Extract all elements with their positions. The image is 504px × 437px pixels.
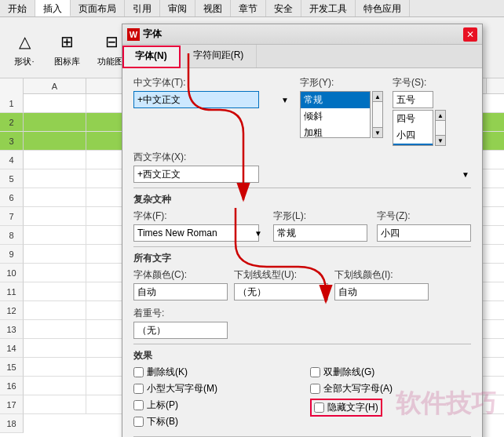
underline-color-select[interactable]: 自动 <box>334 283 429 300</box>
double-strikethrough-checkbox[interactable] <box>133 384 144 394</box>
size-input[interactable] <box>393 91 433 108</box>
tab-security[interactable]: 安全 <box>266 0 301 16</box>
size-scroll-up[interactable]: ▲ <box>435 110 446 121</box>
all-caps-checkbox[interactable] <box>310 384 320 394</box>
size-option-4[interactable]: 四号 <box>393 111 433 127</box>
chinese-font-input[interactable] <box>133 91 259 108</box>
style-scrollbar: ▲ ▼ <box>372 91 383 138</box>
mixed-font-row: 字体(F): ▼ 字形(L): 常规 字号(Z): <box>133 209 471 242</box>
mixed-style-label: 字形(L): <box>273 209 367 223</box>
mixed-font-label: 字体(F): <box>133 209 264 223</box>
size-scroll-track <box>435 121 446 135</box>
dialog-title-icon: W <box>127 28 140 41</box>
size-listbox[interactable]: 四号 小四 五号 <box>393 110 433 146</box>
tab-spacing[interactable]: 字符间距(R) <box>181 45 257 67</box>
style-label: 字形(Y): <box>300 76 383 89</box>
size-scroll-down[interactable]: ▼ <box>435 135 446 146</box>
subscript-checkbox[interactable] <box>133 417 144 427</box>
dialog-body: 中文字体(T): ▼ 字形(Y): 常规 倾斜 加粗 <box>122 68 482 437</box>
tab-insert[interactable]: 插入 <box>35 0 71 16</box>
superscript-label: 上标(P) <box>147 399 178 412</box>
style-option-bold[interactable]: 加粗 <box>301 125 370 138</box>
icon-lib-button[interactable]: ⊞ 图标库 <box>49 25 86 71</box>
tab-font[interactable]: 字体(N) <box>122 46 181 68</box>
style-option-italic[interactable]: 倾斜 <box>301 108 370 125</box>
mixed-font-group: 字体(F): ▼ <box>133 209 264 242</box>
emphasis-select[interactable]: （无） <box>133 322 228 339</box>
icon-lib-icon: ⊞ <box>55 29 80 54</box>
small-caps-row: 双删除线(G) <box>310 366 471 379</box>
style-area: 常规 倾斜 加粗 ▲ ▼ <box>300 91 383 138</box>
shape-button[interactable]: △ 形状· <box>6 25 42 71</box>
dialog-close-button[interactable]: ✕ <box>463 27 477 42</box>
western-font-input[interactable] <box>133 166 259 183</box>
chinese-font-label: 中文字体(T): <box>133 76 290 89</box>
underline-style-label: 下划线线型(U): <box>234 268 328 282</box>
hidden-text-checkbox[interactable] <box>314 402 324 413</box>
tab-special[interactable]: 特色应用 <box>356 0 410 16</box>
tab-review[interactable]: 审阅 <box>160 0 195 16</box>
ribbon-tabs: 开始 插入 页面布局 引用 审阅 视图 章节 安全 开发工具 特色应用 <box>0 0 504 17</box>
underline-style-select[interactable]: （无） <box>234 283 328 300</box>
mixed-size-select-container: 小四 <box>377 224 471 242</box>
hidden-text-label: 隐藏文字(H) <box>327 401 378 414</box>
mixed-font-input[interactable] <box>133 224 259 242</box>
strikethrough-checkbox[interactable] <box>133 367 144 377</box>
style-group: 字形(Y): 常规 倾斜 加粗 ▲ ▼ <box>300 76 383 138</box>
shape-icon: △ <box>12 29 37 54</box>
font-color-select-container: 自动 <box>133 283 228 300</box>
font-color-row: 字体颜色(C): 自动 下划线线型(U): （无） <box>133 268 471 339</box>
small-caps-label: 双删除线(G) <box>323 366 374 379</box>
size-group: 字号(S): 四号 小四 五号 ▲ <box>393 76 471 146</box>
icon-lib-label: 图标库 <box>54 56 80 67</box>
dialog-title-left: W 字体 <box>127 27 162 41</box>
mixed-style-select[interactable]: 常规 <box>273 224 367 242</box>
all-text-section-title: 所有文字 <box>133 252 471 265</box>
chinese-font-select-container: ▼ <box>133 91 290 108</box>
chinese-font-group: 中文字体(T): ▼ <box>133 76 290 108</box>
effects-left-col: 删除线(K) 小型大写字母(M) 上标(P) 下标(B) <box>133 366 294 432</box>
style-option-regular[interactable]: 常规 <box>301 92 370 108</box>
tab-view[interactable]: 视图 <box>195 0 231 16</box>
tab-reference[interactable]: 引用 <box>125 0 160 16</box>
dialog-title-text: 字体 <box>143 27 162 41</box>
shape-label: 形状· <box>14 56 34 67</box>
western-font-row: 西文字体(X): ▼ <box>133 151 471 183</box>
tab-layout[interactable]: 页面布局 <box>71 0 125 16</box>
western-font-label: 西文字体(X): <box>133 151 471 164</box>
tab-devtools[interactable]: 开发工具 <box>301 0 356 16</box>
mixed-size-group: 字号(Z): 小四 <box>377 209 471 242</box>
underline-style-select-container: （无） <box>234 283 328 300</box>
style-scroll-track <box>372 102 383 127</box>
tab-home[interactable]: 开始 <box>0 0 35 16</box>
emphasis-label: 着重号: <box>133 307 228 320</box>
app-container: 开始 插入 页面布局 引用 审阅 视图 章节 安全 开发工具 特色应用 △ 形状… <box>0 0 504 437</box>
hidden-text-row: 隐藏文字(H) <box>310 399 382 417</box>
mixed-size-select[interactable]: 小四 <box>377 224 471 242</box>
dialog-tabs: 字体(N) 字符间距(R) <box>122 45 482 68</box>
all-caps-row: 全部大写字母(A) <box>310 382 471 395</box>
subscript-label: 下标(B) <box>147 415 178 428</box>
size-option-5[interactable]: 五号 <box>393 144 433 146</box>
mixed-font-section-title: 复杂文种 <box>133 193 471 206</box>
style-scroll-down[interactable]: ▼ <box>372 127 383 138</box>
font-dialog: W 字体 ✕ 字体(N) 字符间距(R) 中文字体(T): ▼ <box>122 24 483 437</box>
size-option-s4[interactable]: 小四 <box>393 127 433 144</box>
underline-color-label: 下划线颜色(I): <box>334 268 429 282</box>
mixed-size-label: 字号(Z): <box>377 209 471 223</box>
strikethrough-label: 删除线(K) <box>147 366 188 379</box>
chinese-font-row: 中文字体(T): ▼ 字形(Y): 常规 倾斜 加粗 <box>133 76 471 146</box>
font-color-select[interactable]: 自动 <box>133 283 228 300</box>
style-listbox[interactable]: 常规 倾斜 加粗 <box>300 91 371 138</box>
small-caps-checkbox[interactable] <box>310 367 320 377</box>
tab-chapter[interactable]: 章节 <box>231 0 266 16</box>
underline-color-item: 下划线颜色(I): 自动 <box>334 268 429 300</box>
mixed-style-select-container: 常规 <box>273 224 367 242</box>
size-label: 字号(S): <box>393 76 471 89</box>
size-scrollbar: ▲ ▼ <box>435 110 446 146</box>
effects-right-col: 双删除线(G) 全部大写字母(A) 隐藏文字(H) <box>310 366 471 432</box>
size-input-col: 四号 小四 五号 <box>393 91 433 146</box>
underline-style-item: 下划线线型(U): （无） <box>234 268 328 300</box>
superscript-checkbox[interactable] <box>133 400 144 410</box>
style-scroll-up[interactable]: ▲ <box>372 91 383 102</box>
